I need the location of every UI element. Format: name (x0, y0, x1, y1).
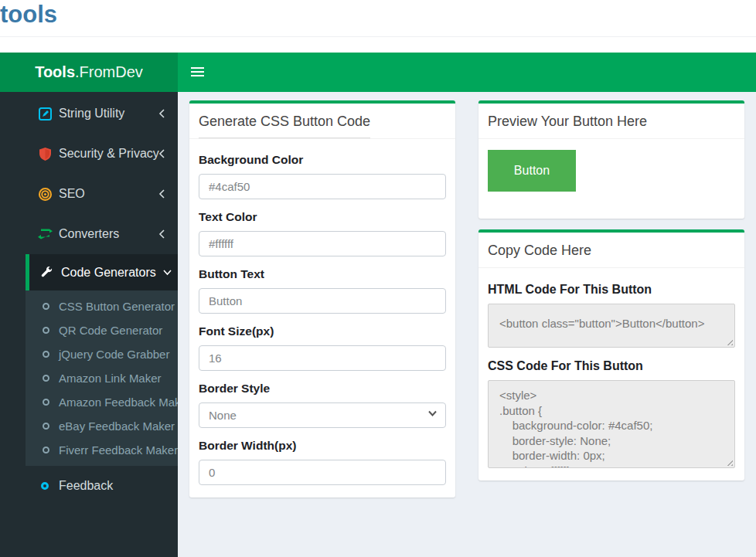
sidebar-item-label: Code Generators (61, 266, 156, 280)
font-size-px-label: Font Size(px) (199, 324, 446, 338)
submenu-item-label: CSS Button Generator (59, 300, 175, 313)
app-brand[interactable]: Tools.FromDev (0, 53, 178, 92)
copy-code-card: Copy Code Here HTML Code For This Button… (478, 229, 744, 481)
submenu-item-jquery-code-grabber[interactable]: jQuery Code Grabber (26, 342, 178, 366)
preview-card: Preview Your Button Here Button (478, 100, 744, 219)
pencil-square-icon (37, 106, 53, 121)
border-style-label: Border Style (199, 382, 446, 396)
circle-icon (43, 351, 49, 358)
chevron-down-icon (162, 269, 172, 276)
shield-icon (37, 146, 53, 161)
html-code-textarea[interactable]: <button class="button">Button</button> (488, 304, 735, 348)
border-width-px-input[interactable] (199, 460, 446, 485)
hamburger-icon[interactable] (191, 67, 204, 77)
form-group: Border Style None (199, 382, 446, 428)
sidebar-item-seo[interactable]: SEO (0, 174, 178, 214)
generator-card-header: Generate CSS Button Code (189, 104, 455, 139)
form-group: Background Color (199, 153, 446, 199)
generator-card: Generate CSS Button Code Background Colo… (189, 100, 455, 498)
border-style-select[interactable]: None (199, 402, 446, 428)
css-code-label: CSS Code For This Button (488, 359, 735, 373)
circle-icon (43, 447, 49, 453)
sidebar-item-label: Feedback (59, 479, 113, 493)
submenu-item-css-button-generator[interactable]: CSS Button Generator (26, 294, 178, 318)
submenu-item-fiverr-feedback-maker[interactable]: Fiverr Feedback Maker (26, 438, 178, 462)
submenu-item-label: QR Code Generator (59, 324, 162, 337)
background-color-label: Background Color (199, 153, 446, 167)
sidebar-item-code-generators[interactable]: Code Generators (26, 254, 178, 290)
form-group: Button Text (199, 267, 446, 314)
preview-card-header: Preview Your Button Here (478, 104, 744, 139)
generator-title: Generate CSS Button Code (199, 114, 370, 138)
submenu-code-generators: CSS Button Generator QR Code Generator j… (26, 290, 178, 466)
html-code-label: HTML Code For This Button (488, 283, 735, 297)
text-color-label: Text Color (199, 210, 446, 224)
preview-button[interactable]: Button (488, 150, 576, 192)
chevron-left-icon (158, 229, 165, 239)
top-navbar (178, 53, 756, 92)
sidebar-item-label: Converters (59, 227, 119, 241)
wrench-icon (39, 265, 54, 280)
border-width-px-label: Border Width(px) (199, 439, 446, 453)
main-content: Generate CSS Button Code Background Colo… (178, 92, 756, 557)
sidebar-menu: String Utility Security & Privacy SEO Co… (0, 92, 178, 506)
sidebar: String Utility Security & Privacy SEO Co… (0, 92, 178, 557)
text-color-input[interactable] (199, 231, 446, 256)
brand-rest: .FromDev (75, 63, 143, 81)
site-logo[interactable]: tools (0, 1, 57, 29)
submenu-item-label: jQuery Code Grabber (59, 348, 169, 361)
chevron-left-icon (158, 188, 165, 199)
output-column: Preview Your Button Here Button Copy Cod… (478, 100, 744, 491)
form-group: Border Width(px) (199, 439, 446, 485)
submenu-item-label: Amazon Link Maker (59, 372, 162, 385)
circle-icon (43, 399, 49, 406)
button-text-label: Button Text (199, 267, 446, 281)
brand-bold: Tools (35, 63, 75, 81)
preview-title: Preview Your Button Here (488, 114, 647, 129)
chevron-left-icon (158, 148, 165, 159)
css-code-textarea[interactable]: <style> .button { background-color: #4ca… (488, 380, 735, 468)
sidebar-item-label: String Utility (59, 107, 124, 121)
submenu-item-amazon-feedback-maker[interactable]: Amazon Feedback Maker (26, 390, 178, 414)
sidebar-item-feedback[interactable]: Feedback (0, 466, 178, 506)
submenu-item-ebay-feedback-maker[interactable]: eBay Feedback Maker (26, 414, 178, 438)
form-group: Font Size(px) (199, 324, 446, 371)
bullseye-icon (37, 186, 53, 202)
sidebar-item-security-privacy[interactable]: Security & Privacy (0, 134, 178, 174)
generator-column: Generate CSS Button Code Background Colo… (189, 100, 455, 508)
font-size-px-input[interactable] (199, 345, 446, 371)
circle-icon (43, 423, 49, 430)
submenu-item-label: Fiverr Feedback Maker (59, 443, 178, 457)
sidebar-item-converters[interactable]: Converters (0, 214, 178, 254)
circle-icon (43, 375, 49, 382)
sidebar-item-label: SEO (59, 187, 85, 201)
sidebar-item-label: Security & Privacy (59, 147, 159, 161)
exchange-icon (37, 226, 53, 242)
site-header: tools (0, 0, 756, 53)
copy-code-title: Copy Code Here (488, 243, 591, 258)
circle-icon (43, 327, 49, 334)
sidebar-item-string-utility[interactable]: String Utility (0, 93, 178, 134)
button-text-input[interactable] (199, 288, 446, 314)
header-divider (0, 36, 756, 37)
submenu-item-amazon-link-maker[interactable]: Amazon Link Maker (26, 366, 178, 390)
form-group: Text Color (199, 210, 446, 256)
circle-cyan-icon (37, 478, 53, 494)
submenu-item-label: Amazon Feedback Maker (59, 396, 178, 409)
circle-icon (43, 303, 49, 310)
background-color-input[interactable] (199, 174, 446, 199)
submenu-item-label: eBay Feedback Maker (59, 419, 175, 433)
generator-form: Background Color Text Color Button Text … (189, 139, 455, 498)
chevron-left-icon (158, 108, 165, 119)
copy-code-card-header: Copy Code Here (478, 233, 744, 268)
submenu-item-qr-code-generator[interactable]: QR Code Generator (26, 318, 178, 342)
